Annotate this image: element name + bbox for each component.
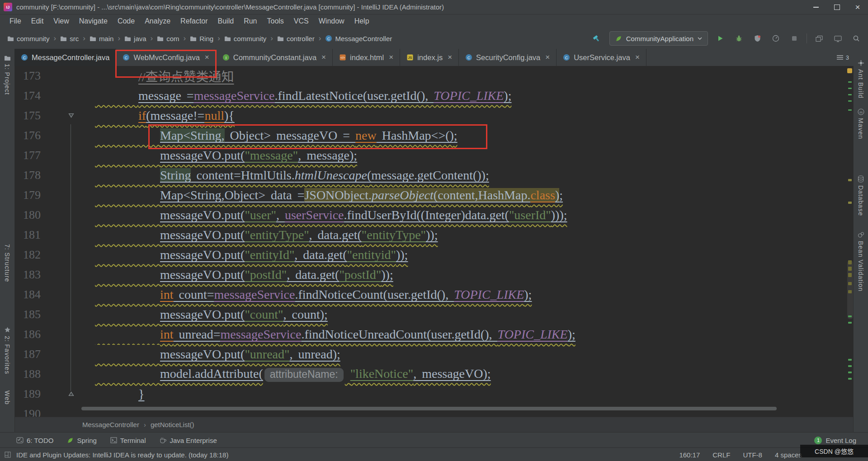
right-strip-item-bean-validation[interactable]: Bean Validation: [854, 231, 868, 292]
breadcrumb-item-messagecontroller[interactable]: CMessageController: [325, 35, 392, 42]
search-everywhere-icon[interactable]: [850, 32, 863, 45]
fold-region-end-icon[interactable]: [68, 391, 75, 397]
code-line-173[interactable]: 173 //查询点赞类通知: [14, 66, 854, 86]
breadcrumb-item-src[interactable]: src: [60, 35, 79, 42]
code-line-183[interactable]: 183 messageVO.put("postId", data.get("po…: [14, 265, 854, 285]
left-strip-item-2-favorites[interactable]: 2: Favorites: [0, 326, 14, 374]
tab-WebMvcConfig.java[interactable]: CWebMvcConfig.java×: [116, 49, 216, 66]
editor[interactable]: 173 //查询点赞类通知174 message =messageService…: [14, 66, 854, 417]
run-button[interactable]: [714, 32, 726, 45]
minimize-icon[interactable]: [806, 0, 826, 14]
encoding-indicator[interactable]: UTF-8: [743, 451, 762, 459]
bean-icon: [858, 231, 864, 238]
stop-button[interactable]: [788, 32, 801, 45]
code-line-188[interactable]: 188 model.addAttribute(attributeName: "l…: [14, 364, 854, 384]
code-line-176[interactable]: 176 Map<String, Object> messageVO = new …: [14, 126, 854, 146]
code-line-182[interactable]: 182 messageVO.put("entityId", data.get("…: [14, 245, 854, 265]
inspection-indicator[interactable]: [847, 68, 852, 73]
code-line-185[interactable]: 185 messageVO.put("count", count);: [14, 305, 854, 325]
menu-item-help[interactable]: Help: [349, 17, 374, 25]
menu-item-build[interactable]: Build: [213, 17, 239, 25]
code-line-184[interactable]: 184 int count=messageService.findNoticeC…: [14, 285, 854, 305]
tab-list-icon: [836, 54, 844, 61]
menu-item-tools[interactable]: Tools: [262, 17, 288, 25]
code-line-177[interactable]: 177 messageVO.put("message", message);: [14, 146, 854, 165]
code-token: new: [355, 128, 377, 142]
profiler-button[interactable]: [769, 32, 782, 45]
code-line-190[interactable]: 190: [14, 404, 854, 417]
menu-item-code[interactable]: Code: [113, 17, 140, 25]
toolwindow-java-enterprise[interactable]: Java Enterprise: [160, 437, 217, 444]
code-line-179[interactable]: 179 Map<String,Object> data =JSONObject.…: [14, 185, 854, 205]
close-icon[interactable]: ×: [321, 53, 326, 62]
caret-position[interactable]: 160:17: [679, 451, 700, 459]
breadcrumb-item-community[interactable]: community: [224, 35, 267, 42]
left-strip-item-web[interactable]: Web: [0, 390, 14, 405]
status-message[interactable]: IDE and Plugin Updates: IntelliJ IDEA is…: [16, 451, 228, 459]
toolwindow-spring[interactable]: Spring: [67, 437, 96, 444]
tab-UserService.java[interactable]: CUserService.java×: [557, 49, 646, 66]
close-icon[interactable]: ×: [389, 53, 393, 62]
code-line-186[interactable]: 186 int unread=messageService.findNotice…: [14, 325, 854, 344]
close-icon[interactable]: ×: [545, 53, 550, 62]
close-icon[interactable]: ×: [205, 53, 209, 62]
menu-item-edit[interactable]: Edit: [26, 17, 49, 25]
code-line-180[interactable]: 180 messageVO.put("user", userService.fi…: [14, 205, 854, 225]
right-strip-item-database[interactable]: Database: [854, 175, 868, 216]
tab-MessageController.java[interactable]: CMessageController.java: [14, 49, 116, 66]
strip-label: 1: Project: [4, 64, 11, 95]
code-line-187[interactable]: 187 messageVO.put("unread", unread);: [14, 344, 854, 364]
breadcrumb-item-controller[interactable]: controller: [277, 35, 315, 42]
event-log-button[interactable]: 1 Event Log: [814, 437, 856, 444]
restore-windows-icon[interactable]: [831, 32, 844, 45]
menu-item-file[interactable]: File: [5, 17, 26, 25]
breadcrumb-method[interactable]: getNoticeList(): [151, 421, 194, 428]
code-line-174[interactable]: 174 message =messageService.findLatestNo…: [14, 86, 854, 106]
breadcrumb-item-main[interactable]: main: [90, 35, 114, 42]
coverage-button[interactable]: [751, 32, 764, 45]
code-line-181[interactable]: 181 messageVO.put("entityType", data.get…: [14, 225, 854, 245]
run-configuration-select[interactable]: CommunityApplication: [609, 31, 708, 46]
menu-item-vcs[interactable]: VCS: [289, 17, 314, 25]
tab-SecurityConfig.java[interactable]: CSecurityConfig.java×: [459, 49, 557, 66]
breadcrumb-item-com[interactable]: com: [157, 35, 179, 42]
toolwindow-6-todo[interactable]: 6: TODO: [16, 437, 53, 444]
menu-item-refactor[interactable]: Refactor: [175, 17, 212, 25]
tool-window-switcher-icon[interactable]: [5, 452, 11, 458]
breadcrumb-separator: ›: [319, 34, 321, 43]
tab-index.js[interactable]: JSindex.js×: [400, 49, 459, 66]
code-line-178[interactable]: 178 String content=HtmlUtils.htmlUnescap…: [14, 165, 854, 185]
build-hammer-icon[interactable]: [591, 32, 604, 45]
close-icon[interactable]: ×: [635, 53, 640, 62]
code-line-175[interactable]: 175 if(message!=null){: [14, 106, 854, 126]
line-ending-indicator[interactable]: CRLF: [712, 451, 730, 459]
menu-item-view[interactable]: View: [48, 17, 74, 25]
hidden-tabs-button[interactable]: 3: [836, 49, 854, 66]
code-token: [95, 307, 160, 321]
fold-region-start-icon[interactable]: [68, 113, 75, 118]
indent-indicator[interactable]: 4 spaces: [775, 451, 802, 459]
maximize-icon[interactable]: [826, 0, 847, 14]
tab-CommunityConstant.java[interactable]: ICommunityConstant.java×: [216, 49, 333, 66]
close-icon[interactable]: ×: [448, 53, 452, 62]
left-strip-item-1-project[interactable]: 1: Project: [0, 55, 14, 95]
close-icon[interactable]: ×: [847, 0, 868, 14]
project-structure-icon[interactable]: [813, 32, 826, 45]
menu-item-run[interactable]: Run: [239, 17, 262, 25]
breadcrumb-item-community[interactable]: community: [7, 35, 50, 42]
menu-item-analyze[interactable]: Analyze: [140, 17, 175, 25]
breadcrumb-class[interactable]: MessageController: [82, 421, 139, 428]
debug-button[interactable]: [732, 32, 745, 45]
right-strip-item-ant-build[interactable]: Ant Build: [854, 60, 868, 99]
toolwindow-terminal[interactable]: Terminal: [110, 437, 146, 444]
right-strip-item-maven[interactable]: mMaven: [854, 108, 868, 139]
code-token: Map<String,Object> data =: [160, 188, 304, 202]
menu-item-navigate[interactable]: Navigate: [74, 17, 113, 25]
code-line-189[interactable]: 189 }: [14, 384, 854, 404]
tab-index.html[interactable]: </>index.html×: [333, 49, 400, 66]
horizontal-scrollbar[interactable]: [81, 407, 777, 410]
breadcrumb-item-ring[interactable]: Ring: [190, 35, 213, 42]
breadcrumb-item-java[interactable]: java: [124, 35, 146, 42]
menu-item-window[interactable]: Window: [314, 17, 349, 25]
left-strip-item-7-structure[interactable]: 7: Structure: [0, 244, 14, 282]
